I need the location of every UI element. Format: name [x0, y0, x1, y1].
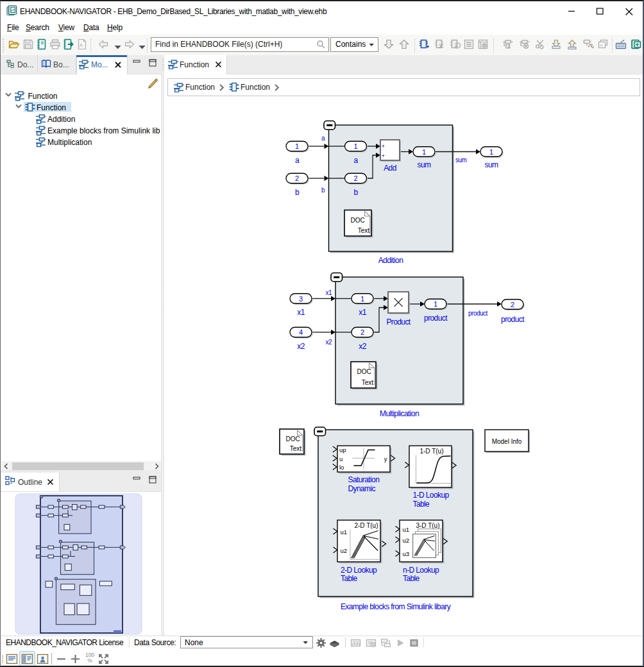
svg-text:Model Info: Model Info	[492, 438, 522, 445]
svg-text:a: a	[353, 156, 358, 165]
svg-text:x1: x1	[297, 308, 305, 317]
svg-text:1: 1	[353, 142, 357, 150]
svg-text:sum: sum	[455, 156, 467, 164]
svg-text:Table: Table	[403, 574, 420, 583]
svg-text:Table: Table	[341, 574, 358, 583]
svg-text:u1: u1	[341, 528, 348, 536]
svg-text:Add: Add	[384, 164, 396, 173]
svg-text:x2: x2	[359, 342, 366, 351]
svg-text:product: product	[424, 314, 448, 323]
svg-text:Text: Text	[358, 227, 370, 234]
svg-text:b: b	[321, 187, 325, 194]
svg-text:b: b	[295, 188, 300, 197]
svg-text:u2: u2	[403, 537, 410, 544]
svg-text:3: 3	[299, 295, 303, 303]
svg-text:u3: u3	[403, 550, 410, 557]
svg-text:Multiplication: Multiplication	[380, 409, 419, 418]
svg-text:DOC: DOC	[351, 217, 365, 224]
svg-text:Function: Function	[37, 103, 66, 112]
svg-text:Multiplication: Multiplication	[47, 138, 92, 147]
svg-text:up: up	[339, 446, 346, 453]
svg-text:2: 2	[360, 328, 364, 336]
svg-text:1: 1	[295, 142, 299, 150]
svg-text:Example blocks from Simulink l: Example blocks from Simulink libary	[341, 602, 451, 611]
svg-text:x1: x1	[325, 289, 332, 296]
svg-text:Addition: Addition	[378, 256, 403, 265]
svg-text:2-D T(u): 2-D T(u)	[354, 522, 378, 529]
svg-text:DOC: DOC	[286, 435, 300, 443]
svg-text:A: A	[80, 43, 83, 47]
svg-text:DOC: DOC	[357, 368, 371, 375]
svg-text:Table: Table	[413, 500, 430, 509]
svg-text:n-D Lookup: n-D Lookup	[403, 566, 439, 575]
svg-text:Saturation: Saturation	[348, 475, 380, 484]
svg-text:product: product	[501, 315, 525, 324]
svg-text:1-D T(u): 1-D T(u)	[419, 448, 443, 455]
svg-text:Text: Text	[290, 445, 302, 452]
svg-text:sum: sum	[485, 160, 498, 169]
svg-text:2: 2	[353, 174, 357, 182]
svg-text:a: a	[321, 135, 325, 142]
svg-text:product: product	[468, 310, 488, 317]
svg-text:x2: x2	[325, 339, 332, 346]
svg-text:2-D Lookup: 2-D Lookup	[341, 566, 377, 575]
svg-text:Text: Text	[362, 379, 374, 386]
svg-text:2: 2	[295, 174, 299, 182]
svg-text:y: y	[384, 455, 387, 462]
svg-text:u: u	[339, 455, 343, 462]
svg-text:lo: lo	[339, 464, 344, 471]
svg-text:1: 1	[434, 300, 437, 308]
svg-text:x1: x1	[359, 308, 366, 317]
svg-text:Product: Product	[386, 317, 411, 326]
svg-text:2: 2	[511, 301, 514, 308]
svg-text:Dynamic: Dynamic	[348, 484, 376, 493]
svg-text:4: 4	[299, 328, 303, 336]
svg-text:Function: Function	[28, 92, 58, 101]
svg-text:Example blocks from Simulink l: Example blocks from Simulink lib	[47, 126, 160, 135]
svg-text:Addition: Addition	[47, 115, 75, 124]
svg-text:1-D Lookup: 1-D Lookup	[413, 491, 450, 500]
svg-text:b: b	[353, 188, 358, 197]
svg-text:sum: sum	[418, 160, 431, 169]
svg-text:u1: u1	[403, 526, 410, 533]
svg-text:u2: u2	[341, 547, 348, 554]
svg-text:a: a	[295, 156, 300, 165]
svg-text:3-D T(u): 3-D T(u)	[416, 522, 439, 529]
svg-text:1: 1	[360, 295, 364, 303]
svg-text:1: 1	[422, 148, 426, 156]
svg-text:x2: x2	[297, 342, 305, 351]
svg-text:A: A	[507, 44, 511, 49]
svg-text:+: +	[382, 152, 386, 159]
svg-text:1: 1	[489, 148, 493, 156]
svg-text:+: +	[382, 142, 386, 149]
